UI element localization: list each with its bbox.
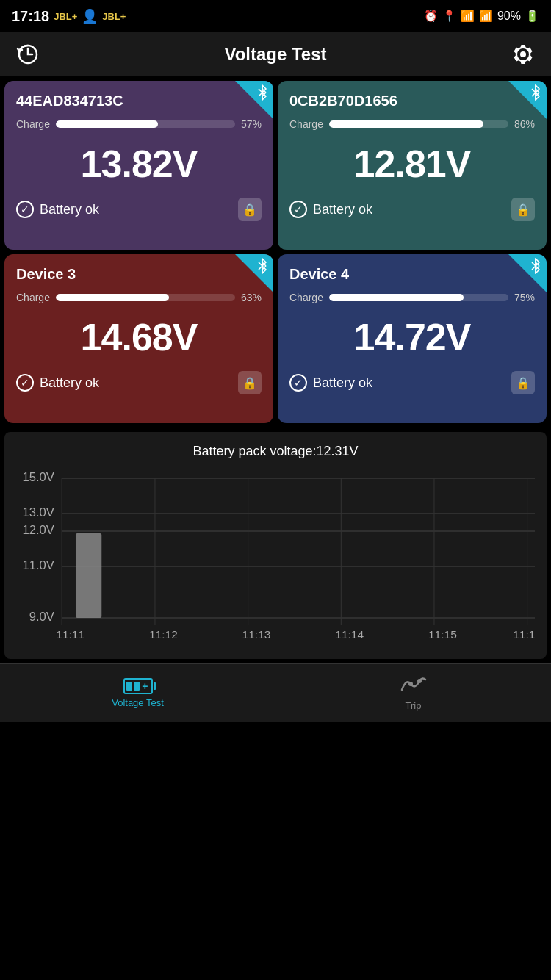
app-header: Voltage Test [0,32,551,76]
bluetooth-icon-4 [530,258,541,278]
svg-text:11:14: 11:14 [335,628,364,641]
charge-bar-2 [329,120,508,128]
chart-svg: 15.0V 13.0V 12.0V 11.0V 9.0V 11:11 11:12… [16,471,535,647]
charge-label-2: Charge [289,118,323,130]
device-card-1[interactable]: 44EAD834713C Charge 57% 13.82V ✓ Battery… [4,81,273,250]
settings-button[interactable] [510,41,536,68]
device-card-4[interactable]: Device 4 Charge 75% 14.72V ✓ Battery ok … [278,254,547,423]
chart-title: Battery pack voltage:12.31V [16,444,535,459]
device-card-3[interactable]: Device 3 Charge 63% 14.68V ✓ Battery ok … [4,254,273,423]
nav-voltage-test[interactable]: + Voltage Test [0,664,276,722]
status-row-3: ✓ Battery ok 🔒 [16,371,262,394]
charge-fill-4 [329,294,464,301]
device-grid: 44EAD834713C Charge 57% 13.82V ✓ Battery… [0,76,551,428]
charge-bar-1 [56,120,235,128]
battery-percent: 90% [497,10,521,23]
device-name-3: Device 3 [16,266,262,283]
alarm-icon: ⏰ [424,10,438,23]
lock-icon-4: 🔒 [511,371,535,394]
svg-point-44 [408,682,413,686]
charge-fill-3 [56,294,169,301]
voltage-4: 14.72V [289,315,535,359]
page-title: Voltage Test [224,44,326,65]
status-row-1: ✓ Battery ok 🔒 [16,198,262,221]
chart-section: Battery pack voltage:12.31V 15.0V 13.0V … [4,432,547,659]
charge-label-4: Charge [289,292,323,303]
history-button[interactable] [15,41,41,68]
signal-icon: 📶 [479,10,493,23]
svg-rect-37 [76,533,101,618]
check-circle-2: ✓ [289,201,307,218]
battery-icon: 🔋 [525,10,539,23]
person-icon: 👤 [82,8,98,24]
voltage-3: 14.68V [16,315,262,359]
voltage-1: 13.82V [16,142,262,186]
time-display: 17:18 [12,8,49,25]
svg-point-45 [417,679,422,683]
device-card-2[interactable]: 0CB2B70D1656 Charge 86% 12.81V ✓ Battery… [278,81,547,250]
lock-icon-1: 🔒 [238,198,262,221]
status-bar: 17:18 JBL+ 👤 JBL+ ⏰ 📍 📶 📶 90% 🔋 [0,0,551,32]
charge-fill-1 [56,120,158,128]
svg-text:13.0V: 13.0V [23,505,55,519]
nav-trip-label: Trip [406,700,422,711]
battery-ok-3: ✓ Battery ok [16,374,99,392]
battery-nav-icon: + [123,678,153,694]
battery-ok-4: ✓ Battery ok [289,374,372,392]
charge-pct-4: 75% [514,292,535,303]
svg-text:11:13: 11:13 [242,628,271,641]
battery-ok-text-1: Battery ok [40,202,99,217]
check-circle-1: ✓ [16,201,34,218]
device-name-4: Device 4 [289,266,535,283]
charge-label-3: Charge [16,292,50,303]
nav-trip[interactable]: Trip [276,664,551,722]
svg-text:15.0V: 15.0V [23,471,55,483]
status-right: ⏰ 📍 📶 📶 90% 🔋 [424,10,539,23]
charge-pct-3: 63% [241,292,262,303]
status-row-2: ✓ Battery ok 🔒 [289,198,535,221]
check-circle-3: ✓ [16,374,34,392]
battery-ok-text-4: Battery ok [313,375,372,391]
battery-ok-1: ✓ Battery ok [16,201,99,218]
bluetooth-icon-3 [256,258,268,278]
jbl-label-1: JBL+ [54,11,77,22]
svg-text:11.0V: 11.0V [23,558,55,572]
lock-icon-2: 🔒 [511,198,535,221]
charge-fill-2 [329,120,483,128]
charge-row-1: Charge 57% [16,118,262,130]
location-icon: 📍 [442,10,456,23]
wifi-icon: 📶 [461,10,475,23]
chart-container: 15.0V 13.0V 12.0V 11.0V 9.0V 11:11 11:12… [16,471,535,647]
svg-text:11:16: 11:16 [513,628,535,641]
charge-pct-2: 86% [514,118,535,130]
device-name-2: 0CB2B70D1656 [289,93,535,109]
charge-row-2: Charge 86% [289,118,535,130]
lock-icon-3: 🔒 [238,371,262,394]
charge-pct-1: 57% [241,118,262,130]
bluetooth-icon-2 [530,84,541,104]
svg-text:11:12: 11:12 [149,628,178,641]
svg-text:11:15: 11:15 [428,628,457,641]
svg-text:9.0V: 9.0V [29,610,54,623]
check-circle-4: ✓ [289,374,307,392]
svg-text:11:11: 11:11 [56,628,84,641]
charge-row-3: Charge 63% [16,292,262,303]
battery-ok-2: ✓ Battery ok [289,201,372,218]
charge-label-1: Charge [16,118,50,130]
nav-voltage-test-label: Voltage Test [112,697,164,708]
charge-row-4: Charge 75% [289,292,535,303]
bottom-nav: + Voltage Test Trip [0,663,551,722]
charge-bar-3 [56,294,235,301]
jbl-label-2: JBL+ [102,11,126,22]
charge-bar-4 [329,294,508,301]
battery-ok-text-2: Battery ok [313,202,372,217]
status-row-4: ✓ Battery ok 🔒 [289,371,535,394]
trip-icon [400,675,427,697]
bluetooth-icon-1 [256,84,268,104]
device-name-1: 44EAD834713C [16,93,262,109]
status-left: 17:18 JBL+ 👤 JBL+ [12,8,126,25]
battery-ok-text-3: Battery ok [40,375,99,391]
voltage-2: 12.81V [289,142,535,186]
svg-text:12.0V: 12.0V [23,523,55,536]
